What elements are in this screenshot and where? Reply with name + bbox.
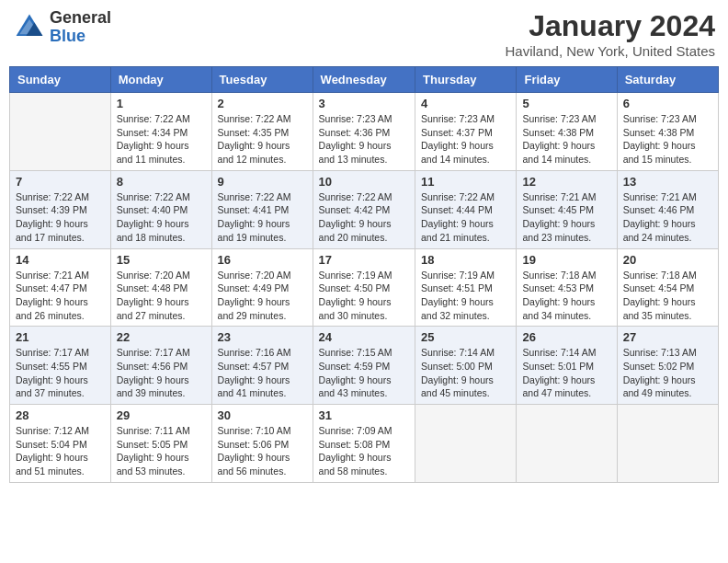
calendar-cell: 8Sunrise: 7:22 AMSunset: 4:40 PMDaylight… bbox=[110, 170, 211, 248]
weekday-header-monday: Monday bbox=[110, 67, 211, 93]
calendar-cell: 25Sunrise: 7:14 AMSunset: 5:00 PMDayligh… bbox=[415, 327, 517, 405]
day-number: 19 bbox=[522, 253, 610, 267]
day-number: 15 bbox=[117, 253, 206, 267]
cell-details: Sunrise: 7:22 AMSunset: 4:42 PMDaylight:… bbox=[319, 190, 409, 245]
calendar-cell: 1Sunrise: 7:22 AMSunset: 4:34 PMDaylight… bbox=[110, 93, 211, 171]
day-number: 21 bbox=[16, 330, 105, 344]
day-number: 13 bbox=[623, 175, 712, 189]
day-number: 2 bbox=[218, 97, 307, 110]
page-header: General Blue January 2024 Haviland, New … bbox=[9, 9, 719, 59]
day-number: 28 bbox=[16, 408, 105, 422]
weekday-header-thursday: Thursday bbox=[415, 67, 517, 93]
calendar-cell: 18Sunrise: 7:19 AMSunset: 4:51 PMDayligh… bbox=[415, 248, 517, 327]
cell-details: Sunrise: 7:23 AMSunset: 4:38 PMDaylight:… bbox=[522, 112, 610, 167]
cell-details: Sunrise: 7:21 AMSunset: 4:46 PMDaylight:… bbox=[623, 190, 712, 245]
calendar-cell: 6Sunrise: 7:23 AMSunset: 4:38 PMDaylight… bbox=[617, 93, 718, 171]
cell-details: Sunrise: 7:21 AMSunset: 4:47 PMDaylight:… bbox=[16, 269, 105, 323]
cell-details: Sunrise: 7:20 AMSunset: 4:49 PMDaylight:… bbox=[218, 269, 307, 323]
month-title: January 2024 bbox=[506, 9, 715, 43]
cell-details: Sunrise: 7:19 AMSunset: 4:51 PMDaylight:… bbox=[421, 269, 510, 323]
calendar-cell: 19Sunrise: 7:18 AMSunset: 4:53 PMDayligh… bbox=[517, 248, 617, 327]
day-number: 27 bbox=[623, 330, 712, 344]
day-number: 25 bbox=[421, 330, 510, 344]
cell-details: Sunrise: 7:22 AMSunset: 4:35 PMDaylight:… bbox=[218, 112, 307, 167]
cell-details: Sunrise: 7:22 AMSunset: 4:40 PMDaylight:… bbox=[117, 190, 206, 245]
calendar-week-row: 1Sunrise: 7:22 AMSunset: 4:34 PMDaylight… bbox=[10, 93, 719, 171]
day-number: 14 bbox=[16, 253, 105, 267]
calendar-cell bbox=[10, 93, 111, 171]
day-number: 22 bbox=[117, 330, 206, 344]
calendar-cell: 5Sunrise: 7:23 AMSunset: 4:38 PMDaylight… bbox=[517, 93, 617, 171]
day-number: 24 bbox=[319, 330, 409, 344]
calendar-cell: 27Sunrise: 7:13 AMSunset: 5:02 PMDayligh… bbox=[617, 327, 718, 405]
day-number: 7 bbox=[16, 175, 105, 189]
cell-details: Sunrise: 7:14 AMSunset: 5:01 PMDaylight:… bbox=[522, 346, 610, 400]
weekday-header-wednesday: Wednesday bbox=[313, 67, 415, 93]
cell-details: Sunrise: 7:15 AMSunset: 4:59 PMDaylight:… bbox=[319, 346, 409, 400]
calendar-cell: 22Sunrise: 7:17 AMSunset: 4:56 PMDayligh… bbox=[110, 327, 211, 405]
calendar-cell: 20Sunrise: 7:18 AMSunset: 4:54 PMDayligh… bbox=[617, 248, 718, 327]
weekday-header-tuesday: Tuesday bbox=[211, 67, 313, 93]
calendar-cell: 3Sunrise: 7:23 AMSunset: 4:36 PMDaylight… bbox=[313, 93, 415, 171]
calendar-cell: 24Sunrise: 7:15 AMSunset: 4:59 PMDayligh… bbox=[313, 327, 415, 405]
cell-details: Sunrise: 7:21 AMSunset: 4:45 PMDaylight:… bbox=[522, 190, 610, 245]
cell-details: Sunrise: 7:23 AMSunset: 4:36 PMDaylight:… bbox=[319, 112, 409, 167]
calendar-header-row: SundayMondayTuesdayWednesdayThursdayFrid… bbox=[10, 67, 719, 93]
cell-details: Sunrise: 7:17 AMSunset: 4:56 PMDaylight:… bbox=[117, 346, 206, 400]
logo-blue-text: Blue bbox=[50, 28, 111, 46]
calendar-cell: 29Sunrise: 7:11 AMSunset: 5:05 PMDayligh… bbox=[110, 405, 211, 483]
cell-details: Sunrise: 7:13 AMSunset: 5:02 PMDaylight:… bbox=[623, 346, 712, 400]
weekday-header-saturday: Saturday bbox=[617, 67, 718, 93]
calendar-cell bbox=[617, 405, 718, 483]
cell-details: Sunrise: 7:10 AMSunset: 5:06 PMDaylight:… bbox=[218, 424, 307, 478]
logo-icon bbox=[13, 11, 46, 44]
day-number: 26 bbox=[522, 330, 610, 344]
title-block: January 2024 Haviland, New York, United … bbox=[506, 9, 715, 59]
cell-details: Sunrise: 7:12 AMSunset: 5:04 PMDaylight:… bbox=[16, 424, 105, 478]
day-number: 8 bbox=[117, 175, 206, 189]
calendar-cell: 15Sunrise: 7:20 AMSunset: 4:48 PMDayligh… bbox=[110, 248, 211, 327]
day-number: 11 bbox=[421, 175, 510, 189]
day-number: 4 bbox=[421, 97, 510, 110]
calendar-week-row: 21Sunrise: 7:17 AMSunset: 4:55 PMDayligh… bbox=[10, 327, 719, 405]
cell-details: Sunrise: 7:16 AMSunset: 4:57 PMDaylight:… bbox=[218, 346, 307, 400]
weekday-header-sunday: Sunday bbox=[10, 67, 111, 93]
calendar-cell: 17Sunrise: 7:19 AMSunset: 4:50 PMDayligh… bbox=[313, 248, 415, 327]
calendar-cell: 14Sunrise: 7:21 AMSunset: 4:47 PMDayligh… bbox=[10, 248, 111, 327]
calendar-cell: 13Sunrise: 7:21 AMSunset: 4:46 PMDayligh… bbox=[617, 170, 718, 248]
day-number: 31 bbox=[319, 408, 409, 422]
cell-details: Sunrise: 7:22 AMSunset: 4:39 PMDaylight:… bbox=[16, 190, 105, 245]
day-number: 3 bbox=[319, 97, 409, 110]
day-number: 10 bbox=[319, 175, 409, 189]
calendar-cell bbox=[415, 405, 517, 483]
cell-details: Sunrise: 7:23 AMSunset: 4:38 PMDaylight:… bbox=[623, 112, 712, 167]
calendar-cell: 2Sunrise: 7:22 AMSunset: 4:35 PMDaylight… bbox=[211, 93, 313, 171]
cell-details: Sunrise: 7:11 AMSunset: 5:05 PMDaylight:… bbox=[117, 424, 206, 478]
calendar-cell: 11Sunrise: 7:22 AMSunset: 4:44 PMDayligh… bbox=[415, 170, 517, 248]
calendar-week-row: 14Sunrise: 7:21 AMSunset: 4:47 PMDayligh… bbox=[10, 248, 719, 327]
day-number: 6 bbox=[623, 97, 712, 110]
day-number: 5 bbox=[522, 97, 610, 110]
location-text: Haviland, New York, United States bbox=[506, 43, 715, 59]
day-number: 1 bbox=[117, 97, 206, 110]
cell-details: Sunrise: 7:23 AMSunset: 4:37 PMDaylight:… bbox=[421, 112, 510, 167]
logo-text: General Blue bbox=[50, 9, 111, 46]
calendar-table: SundayMondayTuesdayWednesdayThursdayFrid… bbox=[9, 66, 719, 483]
calendar-cell: 30Sunrise: 7:10 AMSunset: 5:06 PMDayligh… bbox=[211, 405, 313, 483]
weekday-header-friday: Friday bbox=[517, 67, 617, 93]
logo: General Blue bbox=[13, 9, 111, 46]
cell-details: Sunrise: 7:09 AMSunset: 5:08 PMDaylight:… bbox=[319, 424, 409, 478]
cell-details: Sunrise: 7:17 AMSunset: 4:55 PMDaylight:… bbox=[16, 346, 105, 400]
day-number: 12 bbox=[522, 175, 610, 189]
calendar-cell: 4Sunrise: 7:23 AMSunset: 4:37 PMDaylight… bbox=[415, 93, 517, 171]
cell-details: Sunrise: 7:18 AMSunset: 4:53 PMDaylight:… bbox=[522, 269, 610, 323]
calendar-cell: 12Sunrise: 7:21 AMSunset: 4:45 PMDayligh… bbox=[517, 170, 617, 248]
calendar-cell: 7Sunrise: 7:22 AMSunset: 4:39 PMDaylight… bbox=[10, 170, 111, 248]
day-number: 9 bbox=[218, 175, 307, 189]
calendar-cell: 9Sunrise: 7:22 AMSunset: 4:41 PMDaylight… bbox=[211, 170, 313, 248]
logo-general-text: General bbox=[50, 9, 111, 28]
calendar-cell: 10Sunrise: 7:22 AMSunset: 4:42 PMDayligh… bbox=[313, 170, 415, 248]
cell-details: Sunrise: 7:18 AMSunset: 4:54 PMDaylight:… bbox=[623, 269, 712, 323]
day-number: 17 bbox=[319, 253, 409, 267]
cell-details: Sunrise: 7:19 AMSunset: 4:50 PMDaylight:… bbox=[319, 269, 409, 323]
